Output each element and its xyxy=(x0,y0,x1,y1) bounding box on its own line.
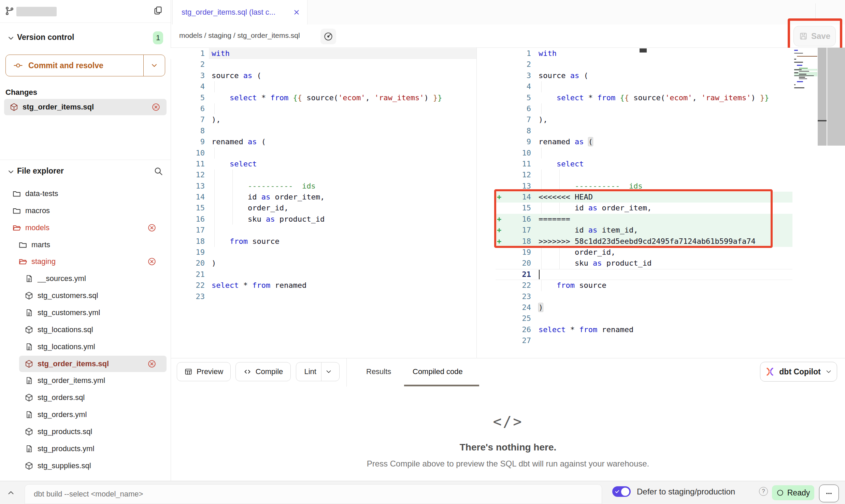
code-line-17[interactable]: 17 xyxy=(171,225,476,236)
code-line-1[interactable]: 1with xyxy=(171,48,476,59)
code-line-18[interactable]: 18 from source xyxy=(171,236,476,247)
file-tree-item-stg-locations-sql[interactable]: stg_locations.sql xyxy=(0,321,171,338)
code-line-2[interactable]: 2 xyxy=(496,59,792,70)
code-line-21[interactable]: 21 xyxy=(496,269,792,280)
code-line-10[interactable]: 10 xyxy=(171,148,476,159)
code-line-21[interactable]: 21 xyxy=(171,269,476,280)
tab-compiled-code[interactable]: Compiled code xyxy=(413,367,463,376)
code-line-12[interactable]: 12 xyxy=(496,169,792,180)
commit-and-resolve-button[interactable]: Commit and resolve xyxy=(5,55,165,76)
dbt-copilot-button[interactable]: dbt Copilot xyxy=(760,362,837,382)
file-tree-item-stg-order-items-sql[interactable]: stg_order_items.sql xyxy=(0,355,171,372)
tab-close-icon[interactable] xyxy=(293,9,300,16)
conflict-circled-x-icon[interactable] xyxy=(147,223,156,232)
discard-change-icon[interactable] xyxy=(152,103,160,112)
code-line-14[interactable]: +14<<<<<<< HEAD xyxy=(496,192,792,203)
code-line-5[interactable]: 5 select * from {{ source('ecom', 'raw_i… xyxy=(171,92,476,103)
code-line-20[interactable]: 20 sku as product_id xyxy=(496,258,792,269)
version-control-chevron-icon[interactable] xyxy=(7,34,15,42)
file-tree-item-staging[interactable]: staging xyxy=(0,253,171,270)
conflict-circled-x-icon[interactable] xyxy=(147,359,156,368)
editor-scrollbar-thumb[interactable] xyxy=(827,48,845,146)
code-line-25[interactable]: 25 xyxy=(496,313,792,324)
code-line-4[interactable]: 4 xyxy=(171,81,476,92)
code-line-9[interactable]: 9renamed as ( xyxy=(496,136,792,147)
code-line-2[interactable]: 2 xyxy=(171,59,476,70)
file-tree-item--sources-yml[interactable]: __sources.yml xyxy=(0,270,171,287)
code-line-16[interactable]: 16 sku as product_id xyxy=(171,214,476,225)
code-line-13[interactable]: 13 ---------- ids xyxy=(496,181,792,192)
file-tree-item-stg-orders-sql[interactable]: stg_orders.sql xyxy=(0,389,171,406)
code-line-11[interactable]: 11 select xyxy=(171,159,476,169)
search-icon[interactable] xyxy=(154,166,163,176)
file-tree-item-marts[interactable]: marts xyxy=(0,236,171,253)
file-tree-item-stg-supplies-sql[interactable]: stg_supplies.sql xyxy=(0,457,171,474)
code-line-14[interactable]: 14 id as order_item, xyxy=(171,192,476,203)
code-line-6[interactable]: 6 xyxy=(496,103,792,114)
code-line-15[interactable]: 15 order_id, xyxy=(171,203,476,213)
file-tree-item-stg-customers-yml[interactable]: stg_customers.yml xyxy=(0,304,171,321)
code-line-8[interactable]: 8 xyxy=(171,125,476,136)
code-line-19[interactable]: 19 order_id, xyxy=(496,247,792,258)
code-line-10[interactable]: 10 xyxy=(496,148,792,159)
code-line-16[interactable]: +16======= xyxy=(496,214,792,225)
code-line-3[interactable]: 3source as ( xyxy=(171,70,476,81)
file-tree-item-stg-order-items-yml[interactable]: stg_order_items.yml xyxy=(0,372,171,389)
code-line-1[interactable]: 1with xyxy=(496,48,792,59)
defer-toggle[interactable] xyxy=(612,486,631,497)
git-branch-icon[interactable] xyxy=(5,6,14,16)
code-line-8[interactable]: 8 xyxy=(496,125,792,136)
file-tree-item-stg-products-sql[interactable]: stg_products.sql xyxy=(0,423,171,440)
file-explorer-header[interactable]: File explorer xyxy=(17,166,64,176)
file-tree-item-stg-customers-sql[interactable]: stg_customers.sql xyxy=(0,287,171,304)
commit-dropdown-button[interactable] xyxy=(144,61,165,70)
compile-button[interactable]: Compile xyxy=(235,362,291,381)
code-line-23[interactable]: 23 xyxy=(171,291,476,302)
file-tree-item-stg-orders-yml[interactable]: stg_orders.yml xyxy=(0,406,171,423)
code-line-13[interactable]: 13 ---------- ids xyxy=(171,181,476,192)
preview-button[interactable]: Preview xyxy=(177,362,231,381)
file-tree-item-stg-products-yml[interactable]: stg_products.yml xyxy=(0,440,171,457)
code-line-15[interactable]: 15 id as order_item, xyxy=(496,203,792,213)
file-tree-item-models[interactable]: models xyxy=(0,219,171,236)
code-line-23[interactable]: 23 xyxy=(496,291,792,302)
changed-file-row[interactable]: stg_order_items.sql xyxy=(4,99,167,115)
code-line-7[interactable]: 7), xyxy=(171,114,476,125)
code-line-17[interactable]: +17 id as item_id, xyxy=(496,225,792,236)
editor-pane-original[interactable]: 1with23source as (45 select * from {{ so… xyxy=(171,48,476,302)
minimap-slider[interactable] xyxy=(818,48,827,146)
code-line-3[interactable]: 3source as ( xyxy=(496,70,792,81)
code-line-26[interactable]: 26select * from renamed xyxy=(496,324,792,335)
code-line-18[interactable]: +18>>>>>>> 58c1dd23d5eebd9cd2495fa7124ab… xyxy=(496,236,792,247)
code-line-19[interactable]: 19 xyxy=(171,247,476,258)
help-icon[interactable]: ? xyxy=(759,487,768,496)
lineage-icon[interactable] xyxy=(320,29,336,44)
save-button[interactable]: Save xyxy=(793,26,836,46)
file-tree-item-macros[interactable]: macros xyxy=(0,202,171,219)
file-tree-item-data-tests[interactable]: data-tests xyxy=(0,185,171,202)
code-line-11[interactable]: 11 select xyxy=(496,159,792,169)
code-line-12[interactable]: 12 xyxy=(171,169,476,180)
version-control-header[interactable]: Version control xyxy=(17,33,74,42)
editor-pane-current[interactable]: 1with23source as (45 select * from {{ so… xyxy=(496,48,792,346)
code-line-22[interactable]: 22select * from renamed xyxy=(171,280,476,291)
code-line-5[interactable]: 5 select * from {{ source('ecom', 'raw_i… xyxy=(496,92,792,103)
command-input[interactable] xyxy=(25,484,602,504)
code-line-27[interactable]: 27 xyxy=(496,335,792,346)
conflict-circled-x-icon[interactable] xyxy=(147,257,156,266)
lint-dropdown-button[interactable] xyxy=(321,368,336,375)
tab-stg-order-items[interactable]: stg_order_items.sql (last c... xyxy=(172,0,307,25)
collapse-chevron-up-icon[interactable] xyxy=(4,487,18,499)
code-line-24[interactable]: 24) xyxy=(496,302,792,313)
file-explorer-chevron-icon[interactable] xyxy=(7,168,15,176)
code-line-4[interactable]: 4 xyxy=(496,81,792,92)
file-tree-item-stg-locations-yml[interactable]: stg_locations.yml xyxy=(0,338,171,355)
minimap[interactable] xyxy=(794,50,817,149)
code-line-7[interactable]: 7), xyxy=(496,114,792,125)
code-line-6[interactable]: 6 xyxy=(171,103,476,114)
more-options-button[interactable] xyxy=(819,485,839,502)
copy-files-icon[interactable] xyxy=(153,5,163,16)
lint-button[interactable]: Lint xyxy=(296,362,340,381)
code-line-20[interactable]: 20) xyxy=(171,258,476,269)
tab-results[interactable]: Results xyxy=(366,367,391,376)
